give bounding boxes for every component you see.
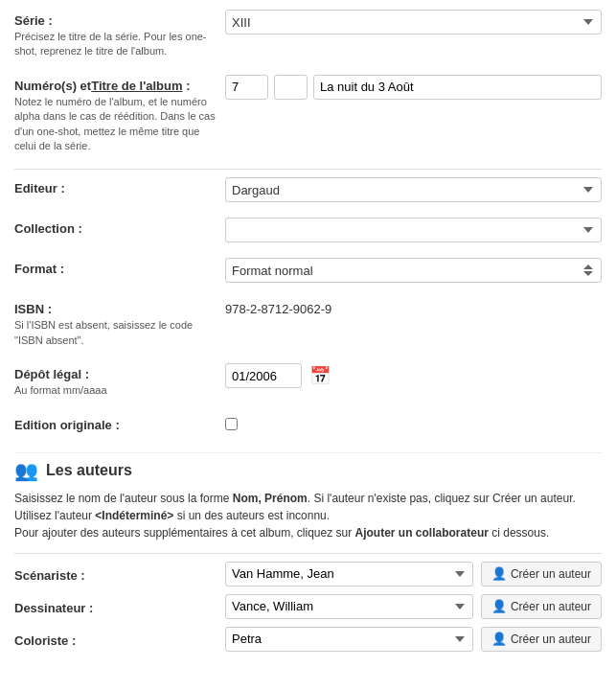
- collection-select[interactable]: [225, 218, 602, 242]
- scenariste-select[interactable]: Van Hamme, Jean: [225, 562, 473, 586]
- isbn-input-col: 978-2-8712-9062-9: [225, 298, 602, 316]
- dessinateur-select[interactable]: Vance, William: [225, 594, 473, 619]
- edition-originale-checkbox[interactable]: [225, 418, 238, 430]
- serie-sublabel: Précisez le titre de la série. Pour les …: [14, 30, 216, 59]
- scenariste-creer-icon: 👤: [491, 566, 507, 581]
- numero-input[interactable]: [225, 75, 268, 100]
- editeur-input-col: Dargaud: [225, 177, 602, 202]
- edition-originale-input-col: [225, 414, 602, 433]
- auteurs-icon: 👥: [14, 459, 38, 482]
- isbn-sublabel: Si l'ISBN est absent, saisissez le code …: [14, 318, 216, 348]
- auteurs-desc-bold2: <Indéterminé>: [95, 509, 173, 522]
- scenariste-creer-label: Créer un auteur: [511, 567, 591, 581]
- numero-alpha-input[interactable]: [274, 75, 308, 100]
- coloriste-row: Coloriste : Petra 👤 Créer un auteur: [14, 627, 602, 652]
- depot-input[interactable]: [225, 363, 302, 388]
- depot-row: Dépôt légal : Au format mm/aaaa 📅: [14, 363, 602, 403]
- calendar-icon[interactable]: 📅: [309, 365, 331, 386]
- numero-fields: [225, 75, 602, 100]
- dessinateur-label-col: Dessinateur :: [14, 597, 225, 615]
- collection-label-col: Collection :: [14, 218, 225, 236]
- auteurs-title: Les auteurs: [46, 462, 132, 479]
- format-label-col: Format :: [14, 258, 225, 276]
- depot-input-col: 📅: [225, 363, 602, 388]
- format-select[interactable]: Format normal: [225, 258, 602, 283]
- isbn-label: ISBN :: [14, 302, 52, 316]
- scenariste-input-col: Van Hamme, Jean 👤 Créer un auteur: [225, 562, 602, 586]
- numero-label-col: Numéro(s) etTitre de l'album : Notez le …: [14, 75, 225, 154]
- coloriste-label: Coloriste :: [14, 633, 76, 648]
- coloriste-creer-label: Créer un auteur: [511, 632, 591, 646]
- collection-input-col: [225, 218, 602, 242]
- dessinateur-creer-label: Créer un auteur: [511, 600, 591, 613]
- numero-row: Numéro(s) etTitre de l'album : Notez le …: [14, 75, 602, 160]
- numero-label-underline: Titre de l'album: [91, 79, 182, 93]
- editeur-row: Editeur : Dargaud: [14, 169, 602, 208]
- format-input-col: Format normal: [225, 258, 602, 283]
- collection-row: Collection :: [14, 218, 602, 248]
- scenariste-label: Scénariste :: [14, 568, 85, 583]
- format-row: Format : Format normal: [14, 258, 602, 288]
- edition-originale-label: Edition originale :: [14, 418, 120, 432]
- isbn-label-col: ISBN : Si l'ISBN est absent, saisissez l…: [14, 298, 225, 348]
- dessinateur-label: Dessinateur :: [14, 601, 93, 615]
- format-label: Format :: [14, 262, 64, 276]
- serie-select[interactable]: XIII: [225, 10, 602, 34]
- numero-sublabel: Notez le numéro de l'album, et le numéro…: [14, 95, 216, 154]
- dessinateur-creer-icon: 👤: [491, 599, 507, 613]
- dessinateur-creer-button[interactable]: 👤 Créer un auteur: [481, 594, 602, 619]
- collection-label: Collection :: [14, 221, 82, 236]
- serie-row: Série : Précisez le titre de la série. P…: [14, 10, 602, 65]
- coloriste-creer-icon: 👤: [491, 632, 507, 646]
- numero-label: Numéro(s) etTitre de l'album :: [14, 79, 190, 93]
- coloriste-select[interactable]: Petra: [225, 627, 473, 652]
- scenariste-row: Scénariste : Van Hamme, Jean 👤 Créer un …: [14, 553, 602, 586]
- depot-label-col: Dépôt légal : Au format mm/aaaa: [14, 363, 225, 398]
- depot-sublabel: Au format mm/aaaa: [14, 383, 216, 398]
- editeur-label: Editeur :: [14, 181, 65, 196]
- auteurs-desc-bold3: Ajouter un collaborateur: [355, 526, 489, 540]
- coloriste-creer-button[interactable]: 👤 Créer un auteur: [481, 627, 602, 652]
- coloriste-input-col: Petra 👤 Créer un auteur: [225, 627, 602, 652]
- auteurs-section-header: 👥 Les auteurs: [14, 452, 602, 482]
- dessinateur-input-col: Vance, William 👤 Créer un auteur: [225, 594, 602, 619]
- edition-originale-row: Edition originale :: [14, 414, 602, 439]
- editeur-select[interactable]: Dargaud: [225, 177, 602, 202]
- edition-originale-label-col: Edition originale :: [14, 414, 225, 432]
- isbn-row: ISBN : Si l'ISBN est absent, saisissez l…: [14, 298, 602, 354]
- auteurs-desc-bold1: Nom, Prénom: [233, 492, 308, 505]
- depot-fields: 📅: [225, 363, 602, 388]
- numero-input-col: [225, 75, 602, 100]
- title-input[interactable]: [313, 75, 602, 100]
- depot-label: Dépôt légal :: [14, 367, 89, 381]
- dessinateur-row: Dessinateur : Vance, William 👤 Créer un …: [14, 594, 602, 619]
- auteurs-description: Saisissez le nom de l'auteur sous la for…: [14, 490, 602, 541]
- coloriste-label-col: Coloriste :: [14, 630, 225, 648]
- isbn-value: 978-2-8712-9062-9: [225, 298, 602, 316]
- serie-label-col: Série : Précisez le titre de la série. P…: [14, 10, 225, 59]
- editeur-label-col: Editeur :: [14, 177, 225, 196]
- serie-input-col: XIII: [225, 10, 602, 34]
- scenariste-label-col: Scénariste :: [14, 564, 225, 583]
- serie-label: Série :: [14, 13, 53, 28]
- scenariste-creer-button[interactable]: 👤 Créer un auteur: [481, 562, 602, 586]
